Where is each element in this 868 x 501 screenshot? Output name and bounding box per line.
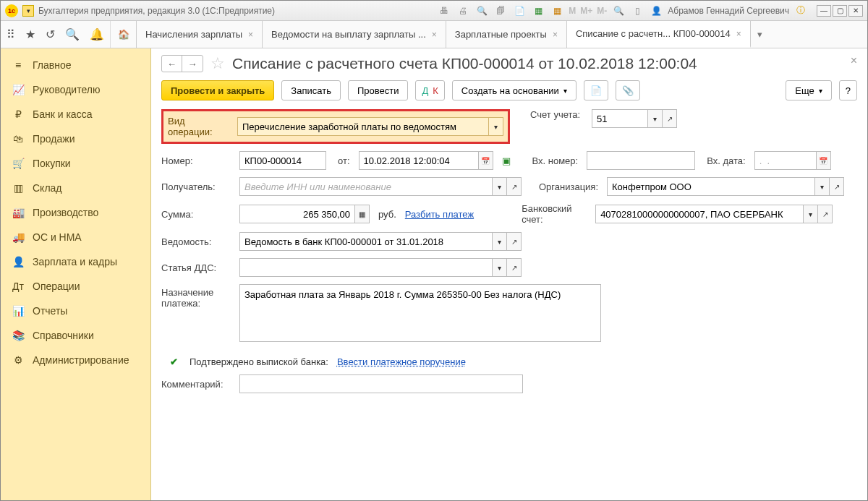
calendar-icon[interactable]: 📅 [479,151,493,170]
favorite-star-icon[interactable]: ☆ [210,54,225,73]
sidebar-item-label: Склад [33,182,62,194]
memory-m[interactable]: M [569,6,576,16]
from-label: от: [338,155,350,166]
bell-icon[interactable]: 🔔 [90,27,104,41]
page-title: Списание с расчетного счета КП00-000014 … [232,55,697,72]
dtkt-button[interactable]: ДК [415,80,444,100]
attach-button[interactable]: 📎 [616,80,640,100]
sidebar-item-purchases[interactable]: 🛒Покупки [1,151,150,176]
sum-field[interactable] [239,205,355,223]
comment-label: Комментарий: [161,379,231,390]
account-field[interactable] [592,109,648,128]
open-icon[interactable]: ↗ [507,258,522,277]
toolbar-icon[interactable]: 🔍 [475,4,489,18]
memory-mplus[interactable]: M+ [580,6,592,16]
bank-acc-field[interactable] [595,205,804,223]
calendar-icon[interactable]: ▦ [550,4,564,18]
minimize-button[interactable]: — [817,5,831,17]
close-button[interactable]: ✕ [848,5,863,17]
close-icon[interactable]: × [432,30,437,40]
register-field[interactable] [239,232,493,251]
close-icon[interactable]: × [553,30,558,40]
sidebar-item-bank[interactable]: ₽Банк и касса [1,102,150,127]
org-label: Организация: [539,181,598,192]
date-field[interactable] [359,151,479,170]
sidebar-item-reports[interactable]: 📊Отчеты [1,299,150,323]
dropdown-icon[interactable]: ▾ [804,205,818,223]
sidebar-item-catalogs[interactable]: 📚Справочники [1,323,150,348]
more-tabs-button[interactable]: ▾ [751,21,770,48]
save-button[interactable]: Записать [281,80,341,100]
number-field[interactable] [239,151,326,170]
open-icon[interactable]: ↗ [818,205,833,223]
org-field[interactable] [607,177,815,196]
dropdown-icon[interactable]: ▾ [493,232,507,251]
star-icon[interactable]: ★ [25,27,35,41]
close-icon[interactable]: × [248,30,253,40]
toolbar-icon[interactable]: 📄 [512,4,527,18]
window-icon[interactable]: ▯ [630,4,644,18]
dropdown-icon[interactable]: ▾ [493,177,507,196]
tab-1[interactable]: Ведомости на выплату зарплаты ...× [263,21,446,48]
open-icon[interactable]: ↗ [830,177,844,196]
sidebar-item-warehouse[interactable]: ▥Склад [1,176,150,200]
dropdown-icon[interactable]: ▾ [648,109,663,128]
confirmed-label: Подтверждено выпиской банка: [190,356,328,367]
dds-field[interactable] [239,258,493,277]
apps-icon[interactable]: ⠿ [7,27,15,41]
zoom-icon[interactable]: 🔍 [611,4,626,18]
app-menu-dropdown[interactable]: ▾ [22,5,34,17]
calculator-icon[interactable]: ▦ [531,4,545,18]
info-icon[interactable]: ⓘ [793,4,808,18]
tab-label: Списание с расчетн... КП00-000014 [576,28,731,39]
sidebar-item-admin[interactable]: ⚙Администрирование [1,348,150,372]
ext-date-field[interactable] [754,151,817,170]
close-page-button[interactable]: × [851,54,857,67]
help-button[interactable]: ? [839,80,857,100]
split-payment-link[interactable]: Разбить платеж [405,209,474,220]
op-type-field[interactable] [237,117,489,136]
create-based-on-button[interactable]: Создать на основании▾ [452,80,576,100]
post-button[interactable]: Провести [348,80,409,100]
open-icon[interactable]: ↗ [507,232,522,251]
calendar-icon[interactable]: 📅 [817,151,831,170]
sidebar-item-label: Администрирование [33,354,129,366]
search-icon[interactable]: 🔍 [65,27,80,41]
post-and-close-button[interactable]: Провести и закрыть [161,80,274,100]
comment-field[interactable] [239,374,523,393]
dropdown-icon[interactable]: ▾ [815,177,830,196]
toolbar-icon[interactable]: 🖨 [456,4,470,18]
memory-mminus[interactable]: M- [597,6,607,16]
tab-2[interactable]: Зарплатные проекты× [446,21,567,48]
sidebar-item-operations[interactable]: ДтОперации [1,274,150,299]
toolbar-icon[interactable]: 🖶 [437,4,451,18]
sidebar-item-production[interactable]: 🏭Производство [1,200,150,225]
close-icon[interactable]: × [736,29,741,39]
toolbar-icon[interactable]: 🗐 [493,4,508,18]
recipient-field[interactable] [239,177,493,196]
home-icon[interactable]: 🏠 [118,29,129,40]
tab-3[interactable]: Списание с расчетн... КП00-000014× [567,21,751,48]
dropdown-icon[interactable]: ▾ [489,117,503,136]
checkbox-checked-icon[interactable]: ✔ [170,356,178,367]
purpose-field[interactable] [239,284,601,342]
sidebar-item-sales[interactable]: 🛍Продажи [1,127,150,151]
forward-button[interactable]: → [182,56,203,72]
dropdown-icon[interactable]: ▾ [493,258,507,277]
maximize-button[interactable]: ▢ [833,5,847,17]
sidebar-item-main[interactable]: ≡Главное [1,53,150,77]
open-icon[interactable]: ↗ [507,177,522,196]
report-button[interactable]: 📄 [584,80,608,100]
sidebar-item-payroll[interactable]: 👤Зарплата и кадры [1,249,150,274]
back-button[interactable]: ← [162,56,182,72]
calc-icon[interactable]: ▦ [355,205,370,223]
operation-type-box: Вид операции: ▾ [161,109,510,144]
sidebar-item-manager[interactable]: 📈Руководителю [1,77,150,102]
tab-0[interactable]: Начисления зарплаты× [137,21,263,48]
enter-payment-order-link[interactable]: Ввести платежное поручение [337,356,466,367]
sidebar-item-os-nma[interactable]: 🚚ОС и НМА [1,225,150,249]
history-icon[interactable]: ↺ [46,27,55,41]
more-button[interactable]: Еще▾ [786,80,831,100]
open-icon[interactable]: ↗ [663,109,677,128]
ext-number-field[interactable] [587,151,695,170]
